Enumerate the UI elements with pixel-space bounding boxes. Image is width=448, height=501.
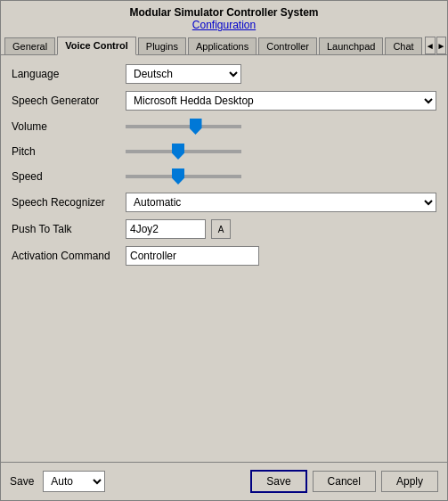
bottom-bar: Save Auto Manual Save Cancel Apply — [1, 462, 447, 500]
speed-slider-container — [126, 168, 436, 185]
push-to-talk-label: Push To Talk — [12, 223, 118, 235]
speech-generator-control: Microsoft Hedda Desktop — [126, 91, 436, 111]
tab-voice-control[interactable]: Voice Control — [57, 37, 136, 55]
activation-command-row: Activation Command — [12, 246, 436, 266]
volume-row: Volume — [12, 118, 436, 136]
tab-applications[interactable]: Applications — [188, 37, 257, 54]
push-to-talk-controls: A — [126, 219, 231, 239]
speed-slider[interactable] — [126, 168, 250, 185]
pitch-slider-container — [126, 143, 436, 160]
volume-thumb[interactable] — [190, 119, 202, 135]
pitch-track — [126, 150, 241, 153]
speed-row: Speed — [12, 168, 436, 185]
activation-command-control — [126, 246, 436, 266]
speech-generator-label: Speech Generator — [12, 94, 118, 107]
record-button[interactable]: A — [211, 219, 231, 239]
tabs-row: General Voice Control Plugins Applicatio… — [1, 33, 447, 55]
auto-select[interactable]: Auto Manual — [43, 471, 105, 492]
save-button[interactable]: Save — [250, 470, 306, 493]
volume-label: Volume — [12, 120, 118, 133]
speech-generator-row: Speech Generator Microsoft Hedda Desktop — [12, 91, 436, 111]
pitch-slider[interactable] — [126, 143, 250, 160]
tab-plugins[interactable]: Plugins — [138, 37, 186, 54]
push-to-talk-row: Push To Talk A — [12, 219, 436, 239]
tab-nav-prev[interactable]: ◄ — [425, 37, 436, 54]
tab-launchpad[interactable]: Launchpad — [319, 37, 383, 54]
tab-nav-next[interactable]: ► — [436, 37, 447, 54]
pitch-label: Pitch — [12, 145, 118, 158]
speech-recognizer-row: Speech Recognizer Automatic Manual — [12, 193, 436, 212]
cancel-button[interactable]: Cancel — [313, 471, 376, 492]
speech-recognizer-label: Speech Recognizer — [12, 196, 118, 209]
speech-recognizer-control: Automatic Manual — [126, 193, 436, 212]
apply-button[interactable]: Apply — [381, 471, 438, 492]
activation-command-input[interactable] — [126, 246, 259, 266]
pitch-row: Pitch — [12, 143, 436, 160]
speech-recognizer-select[interactable]: Automatic Manual — [126, 193, 436, 212]
record-icon: A — [218, 225, 224, 234]
language-select[interactable]: Deutsch English French Spanish — [126, 64, 241, 84]
volume-slider[interactable] — [126, 118, 250, 136]
speed-thumb[interactable] — [172, 168, 184, 185]
language-control: Deutsch English French Spanish — [126, 64, 436, 84]
speed-track — [126, 175, 241, 178]
tab-general[interactable]: General — [4, 37, 55, 54]
config-link[interactable]: Configuration — [192, 19, 256, 31]
tab-chat[interactable]: Chat — [385, 37, 421, 54]
speed-label: Speed — [12, 170, 118, 183]
activation-command-label: Activation Command — [12, 250, 118, 262]
volume-track — [126, 125, 241, 128]
push-to-talk-input[interactable] — [126, 219, 206, 239]
tab-controller[interactable]: Controller — [258, 37, 317, 54]
speech-generator-select[interactable]: Microsoft Hedda Desktop — [126, 91, 436, 111]
language-row: Language Deutsch English French Spanish — [12, 64, 436, 84]
save-label: Save — [10, 475, 34, 488]
content-area: Language Deutsch English French Spanish … — [1, 55, 447, 462]
language-label: Language — [12, 68, 118, 80]
window-title: Modular Simulator Controller System — [4, 6, 444, 19]
pitch-thumb[interactable] — [172, 144, 184, 160]
title-area: Modular Simulator Controller System Conf… — [1, 1, 447, 33]
main-window: Modular Simulator Controller System Conf… — [0, 0, 448, 501]
volume-slider-container — [126, 118, 436, 136]
